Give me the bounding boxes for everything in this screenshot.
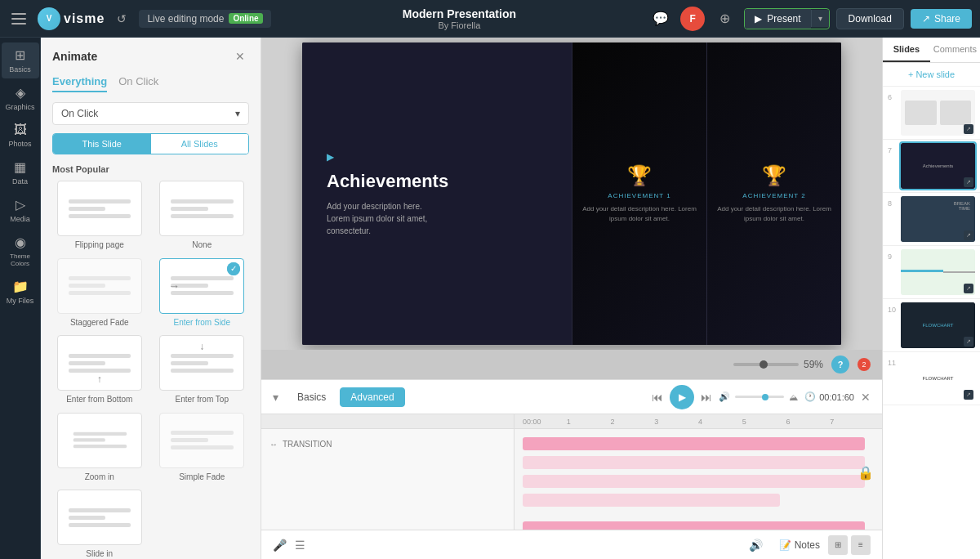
timeline-area: ▾ Basics Advanced ⏮ ▶ ⏭ 🔊 ⛰ — [261, 379, 882, 559]
zoom-thumb — [760, 360, 768, 369]
collapse-timeline-button[interactable]: ▾ — [273, 391, 278, 404]
list-view-button[interactable]: ≡ — [851, 535, 871, 555]
track-1[interactable] — [523, 437, 865, 450]
anim-zoom-in[interactable]: Zoom in — [52, 413, 147, 482]
anim-simple-fade[interactable]: Simple Fade — [155, 413, 250, 482]
speed-slider[interactable] — [735, 396, 784, 398]
microphone-button[interactable]: 🎤 — [273, 539, 287, 552]
transition-icon: ↔ — [270, 440, 278, 449]
tab-everything[interactable]: Everything — [52, 72, 107, 92]
slide-thumb-7[interactable]: 7 Achievements ↗ — [883, 140, 980, 193]
transition-label-row: ↔ TRANSITION — [261, 436, 514, 452]
help-button[interactable]: ? — [831, 356, 849, 373]
anim-none[interactable]: None — [155, 181, 250, 250]
ruler-mark-1: 1 — [567, 418, 611, 426]
present-button-group: ▶ Present ▾ — [744, 8, 829, 29]
sidebar-item-myfiles[interactable]: 📁 My Files — [2, 274, 39, 310]
tab-basics[interactable]: Basics — [287, 387, 336, 407]
lock-icon[interactable]: 🔒 — [858, 464, 874, 480]
tab-advanced[interactable]: Advanced — [340, 387, 404, 407]
anim-label-enter-from-bottom: Enter from Bottom — [66, 395, 132, 404]
anim-flipping-page[interactable]: Flipping page — [52, 181, 147, 250]
slide-thumb-6[interactable]: 6 ↗ — [883, 87, 980, 140]
logo: V visme — [38, 7, 105, 30]
slide-image-7: Achievements ↗ — [901, 143, 975, 189]
list-button[interactable]: ☰ — [295, 539, 305, 552]
chat-icon[interactable]: 💬 — [648, 6, 674, 32]
download-button[interactable]: Download — [836, 8, 904, 29]
timeline-track-label-3 — [261, 485, 514, 501]
timeline-header: ▾ Basics Advanced ⏮ ▶ ⏭ 🔊 ⛰ — [261, 380, 882, 414]
speed-control: 🔊 ⛰ — [719, 391, 798, 402]
timeline-prev-button[interactable]: ⏮ — [652, 391, 663, 404]
anim-label-flipping-page: Flipping page — [75, 240, 124, 249]
sidebar-item-theme[interactable]: ◉ Theme Colors — [2, 230, 39, 272]
slide-achievements-title: Achievements — [327, 171, 547, 192]
anim-slide-in[interactable]: Slide in — [52, 490, 147, 559]
sidebar-item-data[interactable]: ▦ Data — [2, 154, 39, 190]
track-3[interactable] — [523, 475, 865, 488]
anim-enter-from-side[interactable]: ✓ → Enter from Side — [155, 258, 250, 328]
track-5[interactable] — [523, 521, 865, 530]
anim-thumb-slide-in — [57, 490, 142, 545]
sidebar-item-photos[interactable]: 🖼 Photos — [2, 118, 39, 153]
slide-thumb-9[interactable]: 9 ↗ — [883, 246, 980, 299]
all-slides-button[interactable]: All Slides — [151, 134, 249, 154]
notes-label: Notes — [795, 539, 820, 551]
slide-image-10: FLOWCHART ↗ — [901, 302, 975, 348]
menu-button[interactable] — [8, 7, 31, 30]
tab-on-click[interactable]: On Click — [118, 72, 158, 92]
grid-view-button[interactable]: ⊞ — [828, 535, 848, 555]
slide-badge-8: ↗ — [964, 230, 973, 240]
slide-thumb-10[interactable]: 10 FLOWCHART ↗ — [883, 299, 980, 352]
anim-thumb-enter-from-top: ↓ — [159, 335, 244, 391]
panel-close-button[interactable]: ✕ — [231, 47, 249, 65]
slide-badge-7: ↗ — [964, 177, 973, 187]
anim-staggered-fade[interactable]: Staggered Fade — [52, 258, 147, 328]
zoom-controls: 59% — [733, 359, 823, 370]
new-slide-button[interactable]: + New slide — [883, 63, 980, 87]
volume-icon[interactable]: 🔊 — [749, 539, 763, 552]
slide-image-6: ↗ — [901, 90, 975, 136]
achievements-content: 🏆 ACHIEVEMENT 1 Add your detail descript… — [572, 42, 841, 345]
track-2[interactable] — [523, 456, 865, 469]
sidebar-item-graphics[interactable]: ◈ Graphics — [2, 80, 39, 116]
undo-button[interactable]: ↺ — [111, 8, 132, 29]
transition-text: TRANSITION — [283, 440, 332, 449]
timeline-ruler: 00:00 1 2 3 4 5 6 7 — [514, 414, 882, 429]
present-main-button[interactable]: ▶ Present — [745, 9, 810, 29]
anim-label-enter-from-top: Enter from Top — [176, 395, 229, 404]
timeline-tab-group: Basics Advanced — [287, 387, 405, 407]
user-avatar[interactable]: F — [680, 7, 705, 31]
timeline-tracks — [514, 429, 882, 530]
tab-slides[interactable]: Slides — [883, 38, 930, 62]
notes-button[interactable]: 📝 Notes — [779, 539, 820, 551]
animation-trigger-dropdown[interactable]: On Click ▾ — [52, 102, 249, 125]
this-slide-button[interactable]: This Slide — [53, 134, 151, 154]
slide-badge-9: ↗ — [964, 284, 973, 293]
triangle-icon: ▶ — [327, 151, 547, 163]
anim-enter-from-top[interactable]: ↓ Enter from Top — [155, 335, 250, 405]
anim-enter-from-bottom[interactable]: ↑ Enter from Bottom — [52, 335, 147, 405]
sidebar-item-media[interactable]: ▷ Media — [2, 192, 39, 228]
slide-thumb-8[interactable]: 8 BREAKTIME ↗ — [883, 193, 980, 246]
notes-icon: 📝 — [779, 539, 791, 551]
timeline-close-button[interactable]: ✕ — [861, 391, 871, 404]
slide-preview: ▶ Achievements Add your description here… — [302, 42, 841, 345]
timeline-next-button[interactable]: ⏭ — [701, 391, 712, 404]
notification-badge[interactable]: 2 — [858, 358, 871, 371]
zoom-slider[interactable] — [733, 363, 799, 366]
panel-tabs: Everything On Click — [41, 72, 261, 99]
mountain-icon: ⛰ — [789, 392, 798, 402]
slide-thumb-11[interactable]: 11 FLOWCHART ↗ — [883, 352, 980, 405]
track-4[interactable] — [523, 494, 780, 507]
anim-label-enter-from-side: Enter from Side — [174, 318, 230, 327]
timeline-play-button[interactable]: ▶ — [670, 385, 694, 409]
present-dropdown-button[interactable]: ▾ — [811, 10, 829, 27]
share-button[interactable]: ↗ Share — [911, 9, 972, 29]
duration-value: 00:01:60 — [819, 392, 854, 402]
add-collaborator-button[interactable]: ⊕ — [711, 6, 737, 32]
tab-comments[interactable]: Comments — [930, 38, 980, 62]
ruler-mark-4: 4 — [698, 418, 742, 426]
sidebar-item-basics[interactable]: ⊞ Basics — [2, 42, 39, 78]
